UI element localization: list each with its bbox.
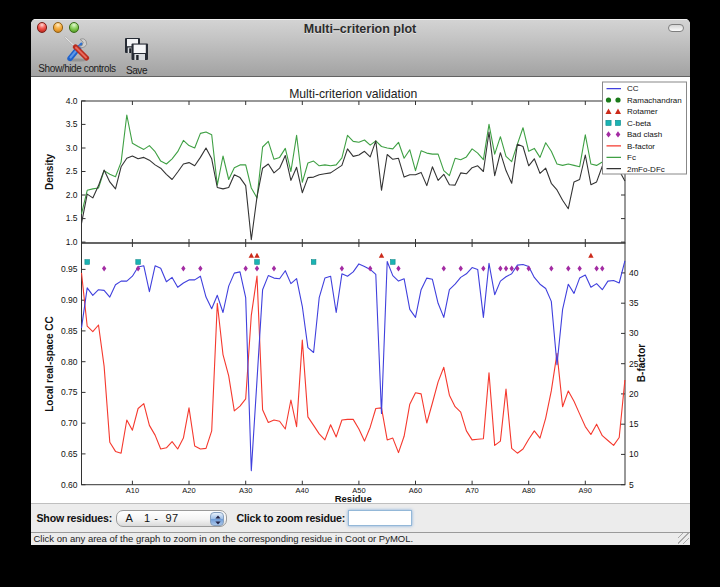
- svg-text:30: 30: [629, 328, 639, 338]
- svg-text:0.90: 0.90: [60, 295, 77, 305]
- svg-text:1.0: 1.0: [65, 237, 77, 247]
- svg-text:CC: CC: [627, 84, 639, 93]
- svg-text:A80: A80: [522, 486, 535, 495]
- svg-text:B-factor: B-factor: [636, 344, 647, 382]
- svg-text:A90: A90: [578, 486, 591, 495]
- svg-text:0.70: 0.70: [60, 418, 77, 428]
- svg-text:B-factor: B-factor: [627, 142, 655, 151]
- svg-text:Local real-space CC: Local real-space CC: [43, 316, 54, 412]
- svg-text:Residue: Residue: [334, 493, 371, 502]
- svg-text:0.75: 0.75: [60, 387, 77, 397]
- svg-text:15: 15: [629, 419, 639, 429]
- svg-text:Bad clash: Bad clash: [627, 130, 662, 139]
- svg-text:0.65: 0.65: [60, 449, 77, 459]
- svg-text:2mFo-DFc: 2mFo-DFc: [627, 165, 665, 174]
- svg-text:Ramachandran: Ramachandran: [627, 96, 682, 105]
- svg-text:A60: A60: [408, 486, 421, 495]
- svg-text:A30: A30: [239, 486, 252, 495]
- svg-text:2.0: 2.0: [65, 190, 77, 200]
- svg-text:Rotamer: Rotamer: [627, 107, 658, 116]
- svg-text:A40: A40: [295, 486, 308, 495]
- svg-text:Multi-criterion validation: Multi-criterion validation: [289, 87, 417, 101]
- svg-text:0.60: 0.60: [60, 480, 77, 490]
- svg-text:C-beta: C-beta: [627, 119, 652, 128]
- svg-text:0.85: 0.85: [60, 326, 77, 336]
- svg-text:0.80: 0.80: [60, 357, 77, 367]
- svg-text:Density: Density: [43, 154, 54, 191]
- svg-text:5: 5: [629, 480, 634, 490]
- svg-text:35: 35: [629, 298, 639, 308]
- svg-text:40: 40: [629, 268, 639, 278]
- svg-text:Fc: Fc: [627, 153, 636, 162]
- svg-text:20: 20: [629, 389, 639, 399]
- svg-text:A20: A20: [182, 486, 195, 495]
- svg-text:1.5: 1.5: [65, 213, 77, 223]
- svg-text:0.95: 0.95: [60, 264, 77, 274]
- svg-text:2.5: 2.5: [65, 166, 77, 176]
- svg-text:3.0: 3.0: [65, 143, 77, 153]
- svg-text:10: 10: [629, 449, 639, 459]
- svg-text:3.5: 3.5: [65, 119, 77, 129]
- svg-text:A70: A70: [465, 486, 478, 495]
- svg-text:4.0: 4.0: [65, 96, 77, 106]
- svg-text:A10: A10: [125, 486, 138, 495]
